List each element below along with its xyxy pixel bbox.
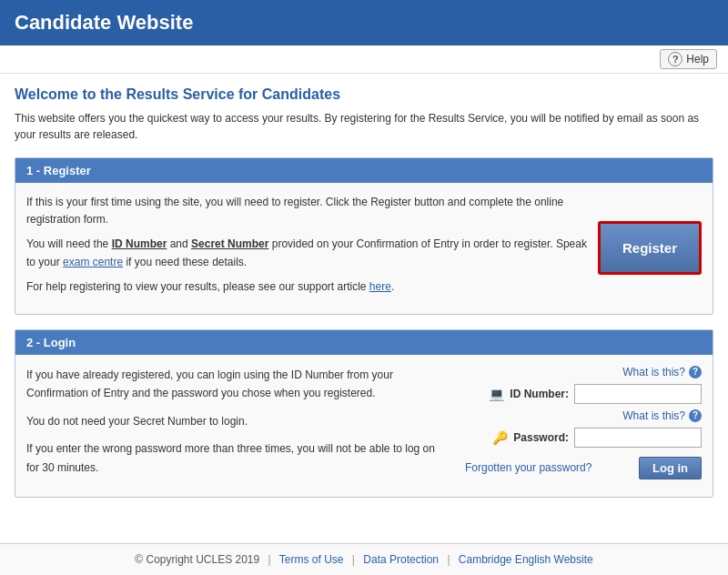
copyright-text: © Copyright UCLES 2019 bbox=[135, 553, 259, 566]
register-button-wrap: Register bbox=[598, 221, 702, 275]
password-input[interactable] bbox=[574, 428, 702, 448]
login-button[interactable]: Log in bbox=[639, 457, 702, 479]
sep3: | bbox=[447, 553, 450, 566]
sep2: | bbox=[352, 553, 355, 566]
register-para1: If this is your first time using the sit… bbox=[26, 194, 587, 228]
exam-centre-link[interactable]: exam centre bbox=[63, 256, 123, 268]
login-para1: If you have already registered, you can … bbox=[26, 366, 447, 403]
id-number-input[interactable] bbox=[574, 384, 702, 404]
password-label: Password: bbox=[513, 431, 569, 444]
question-icon: ? bbox=[668, 52, 682, 66]
login-text: If you have already registered, you can … bbox=[26, 366, 447, 486]
register-para2: You will need the ID Number and Secret N… bbox=[26, 236, 587, 270]
login-section-body: If you have already registered, you can … bbox=[15, 355, 713, 497]
pwd-what-is-link[interactable]: What is this? bbox=[622, 409, 685, 422]
login-layout: If you have already registered, you can … bbox=[26, 366, 702, 486]
forgotten-password-link[interactable]: Forgotten your password? bbox=[465, 461, 592, 474]
help-bar: ? Help bbox=[0, 45, 728, 74]
data-protection-link[interactable]: Data Protection bbox=[363, 553, 439, 566]
register-section-header: 1 - Register bbox=[15, 158, 713, 183]
main-content: Welcome to the Results Service for Candi… bbox=[0, 74, 728, 543]
register-layout: If this is your first time using the sit… bbox=[26, 194, 702, 303]
footer: © Copyright UCLES 2019 | Terms of Use | … bbox=[0, 543, 728, 575]
register-text: If this is your first time using the sit… bbox=[26, 194, 587, 303]
pwd-what-is-row: What is this? ? bbox=[465, 409, 702, 422]
register-section-body: If this is your first time using the sit… bbox=[15, 183, 713, 314]
id-field-row: 💻 ID Number: bbox=[465, 384, 702, 404]
sep1: | bbox=[268, 553, 271, 566]
password-field-row: 🔑 Password: bbox=[465, 428, 702, 448]
key-icon: 🔑 bbox=[492, 430, 508, 445]
id-number-label: ID Number bbox=[112, 237, 167, 250]
id-icon: 💻 bbox=[489, 387, 504, 401]
help-label: Help bbox=[686, 53, 709, 66]
header: Candidate Website bbox=[0, 0, 728, 45]
login-form: What is this? ? 💻 ID Number: What is thi… bbox=[465, 366, 702, 486]
login-section: 2 - Login If you have already registered… bbox=[15, 329, 713, 498]
login-section-header: 2 - Login bbox=[15, 330, 713, 355]
id-label: ID Number: bbox=[510, 388, 569, 400]
secret-number-label: Secret Number bbox=[191, 237, 268, 250]
register-para3: For help registering to view your result… bbox=[26, 278, 587, 296]
pwd-question-icon[interactable]: ? bbox=[689, 409, 702, 422]
login-para2: You do not need your Secret Number to lo… bbox=[26, 412, 447, 430]
help-button[interactable]: ? Help bbox=[660, 49, 717, 69]
welcome-title: Welcome to the Results Service for Candi… bbox=[15, 86, 713, 103]
id-question-icon[interactable]: ? bbox=[689, 366, 702, 378]
id-what-is-link[interactable]: What is this? bbox=[622, 366, 685, 378]
login-para3: If you enter the wrong password more tha… bbox=[26, 439, 447, 477]
welcome-text: This website offers you the quickest way… bbox=[15, 110, 713, 143]
register-section: 1 - Register If this is your first time … bbox=[15, 157, 713, 315]
forgotten-login-row: Forgotten your password? Log in bbox=[465, 457, 702, 479]
id-what-is-row: What is this? ? bbox=[465, 366, 702, 378]
site-title: Candidate Website bbox=[15, 11, 193, 35]
terms-link[interactable]: Terms of Use bbox=[279, 553, 344, 566]
cambridge-link[interactable]: Cambridge English Website bbox=[459, 553, 593, 566]
register-button[interactable]: Register bbox=[598, 221, 702, 275]
support-article-link[interactable]: here bbox=[369, 280, 391, 293]
